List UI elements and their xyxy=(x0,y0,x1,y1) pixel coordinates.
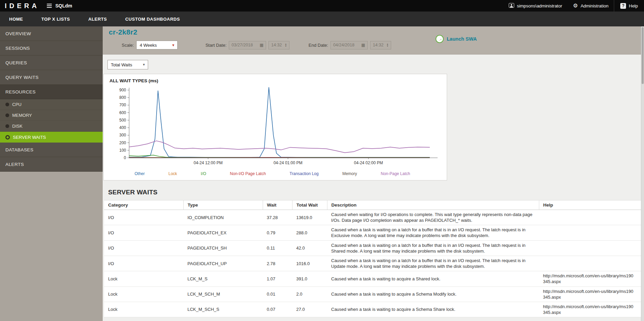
svg-text:200: 200 xyxy=(119,141,126,145)
brand-area: IDERA SQLdm xyxy=(0,2,72,10)
cell-description: Caused when a task is waiting to acquire… xyxy=(327,271,539,286)
sidebar-item-server-waits[interactable]: SERVER WAITS xyxy=(0,132,103,143)
cell-total-wait: 1016.0 xyxy=(292,256,327,271)
user-menu[interactable]: simpsons\administrator xyxy=(503,0,568,12)
column-header-total-wait: Total Wait xyxy=(292,200,327,210)
svg-text:04-24 01:00 PM: 04-24 01:00 PM xyxy=(274,160,302,165)
legend-non-i-o-page-latch[interactable]: Non-I/O Page Latch xyxy=(230,171,266,176)
sidebar-item-label: SESSIONS xyxy=(5,46,30,51)
cell-help[interactable]: http://msdn.microsoft.com/en-us/library/… xyxy=(539,271,641,286)
column-header-help: Help xyxy=(539,200,641,210)
dropdown-arrow-icon: ▼ xyxy=(142,63,145,66)
start-time-input[interactable]: 14:32 ▲▼ xyxy=(268,41,289,49)
help-icon: ? xyxy=(620,3,626,9)
cell-total-wait: 27.0 xyxy=(292,302,327,317)
sidebar-item-memory[interactable]: MEMORY xyxy=(0,110,103,121)
cell-description: Caused when a task is waiting on a latch… xyxy=(327,240,539,256)
cell-type: PAGEIOLATCH_SH xyxy=(183,240,263,256)
svg-text:700: 700 xyxy=(119,103,126,107)
svg-text:500: 500 xyxy=(119,118,126,123)
wait-type-value: Total Waits xyxy=(111,62,132,67)
wait-chart: 010020030040050060070080090004-24 12:00 … xyxy=(108,86,442,171)
table-row: I/OPAGEIOLATCH_SH0.1142.0Caused when a t… xyxy=(104,240,641,256)
cell-type: IO_COMPLETION xyxy=(183,210,263,225)
table-row: LockLCK_M_S1.07391.0Caused when a task i… xyxy=(104,271,641,286)
sidebar-item-databases[interactable]: DATABASES xyxy=(0,143,103,157)
help-button[interactable]: ? Help xyxy=(614,0,644,12)
launch-swa-icon: → xyxy=(436,35,444,43)
cell-help xyxy=(539,240,641,256)
cell-wait: 0.79 xyxy=(263,225,292,240)
sidebar-item-label: OVERVIEW xyxy=(5,31,31,36)
sidebar-item-resources[interactable]: RESOURCES xyxy=(0,85,103,99)
gear-icon: ⚙ xyxy=(573,3,578,8)
cell-category: Lock xyxy=(104,271,183,286)
cell-wait: 0.01 xyxy=(263,286,292,302)
administration-button[interactable]: ⚙ Administration xyxy=(568,0,614,12)
legend-transaction-log[interactable]: Transaction Log xyxy=(289,171,319,176)
sidebar-item-label: CPU xyxy=(12,102,21,107)
chart-title: ALL WAIT TYPES (ms) xyxy=(109,78,442,83)
cell-description: Caused when waiting for I/O operations t… xyxy=(327,210,539,225)
cell-description: Caused when a task is waiting to acquire… xyxy=(327,302,539,317)
end-time-value: 14:32 xyxy=(373,43,383,47)
nav-tab-custom-dashboards[interactable]: CUSTOM DASHBOARDS xyxy=(116,12,189,26)
start-time-value: 14:32 xyxy=(271,43,282,47)
sidebar-item-label: DATABASES xyxy=(5,147,34,152)
main-nav: HOMETOP X LISTSALERTSCUSTOM DASHBOARDS xyxy=(0,12,644,26)
end-date-input[interactable]: 04/24/2018 ▦ xyxy=(330,41,368,49)
server-waits-table: CategoryTypeWaitTotal WaitDescriptionHel… xyxy=(104,200,641,317)
time-spinner-icon: ▲▼ xyxy=(386,43,388,47)
sidebar-item-alerts[interactable]: ALERTS xyxy=(0,157,103,172)
end-time-input[interactable]: 14:32 ▲▼ xyxy=(370,41,391,49)
sidebar-item-disk[interactable]: DISK xyxy=(0,121,103,132)
sidebar-item-query-waits[interactable]: QUERY WAITS xyxy=(0,70,103,85)
vertical-scrollbar[interactable] xyxy=(641,26,644,321)
main-content: Total Waits ▼ ALL WAIT TYPES (ms) 010020… xyxy=(103,55,641,321)
nav-tab-alerts[interactable]: ALERTS xyxy=(79,12,116,26)
cell-total-wait: 288.0 xyxy=(292,225,327,240)
nav-tab-top-x-lists[interactable]: TOP X LISTS xyxy=(32,12,79,26)
cell-description: Caused when a task is waiting to acquire… xyxy=(327,286,539,302)
scale-select[interactable]: 4 Weeks ▼ xyxy=(136,41,178,49)
user-icon xyxy=(509,3,514,8)
nav-tab-home[interactable]: HOME xyxy=(0,12,32,26)
server-header-band: cr-2k8r2 Scale: 4 Weeks ▼ Start Date: 03… xyxy=(103,26,641,55)
sidebar-item-queries[interactable]: QUERIES xyxy=(0,56,103,70)
legend-lock[interactable]: Lock xyxy=(168,171,177,176)
cell-help[interactable]: http://msdn.microsoft.com/en-us/library/… xyxy=(539,302,641,317)
sidebar-item-sessions[interactable]: SESSIONS xyxy=(0,41,103,56)
time-range-controls: Scale: 4 Weeks ▼ Start Date: 03/27/2018 … xyxy=(122,41,391,49)
administration-label: Administration xyxy=(581,3,608,8)
cell-category: I/O xyxy=(104,240,183,256)
cell-category: I/O xyxy=(104,256,183,271)
table-row: LockLCK_M_SCH_S0.0727.0Caused when a tas… xyxy=(104,302,641,317)
sidebar-item-cpu[interactable]: CPU xyxy=(0,99,103,110)
product-name: SQLdm xyxy=(55,3,72,8)
topbar: IDERA SQLdm simpsons\administrator ⚙ Adm… xyxy=(0,0,644,12)
column-header-category: Category xyxy=(104,200,183,210)
sidebar: OVERVIEWSESSIONSQUERIESQUERY WAITSRESOUR… xyxy=(0,26,103,321)
circle-icon xyxy=(5,124,9,128)
legend-memory[interactable]: Memory xyxy=(342,171,357,176)
launch-swa-button[interactable]: → Launch SWA xyxy=(436,35,477,43)
sidebar-item-overview[interactable]: OVERVIEW xyxy=(0,26,103,41)
wait-type-select[interactable]: Total Waits ▼ xyxy=(107,60,148,69)
cell-help[interactable]: http://msdn.microsoft.com/en-us/library/… xyxy=(539,286,641,302)
menu-icon[interactable] xyxy=(47,4,52,8)
launch-swa-label: Launch SWA xyxy=(447,36,477,42)
cell-help xyxy=(539,210,641,225)
legend-non-page-latch[interactable]: Non-Page Latch xyxy=(381,171,410,176)
cell-help xyxy=(539,256,641,271)
start-date-input[interactable]: 03/27/2018 ▦ xyxy=(229,41,266,49)
radio-selected-icon xyxy=(5,135,10,140)
end-date-value: 04/24/2018 xyxy=(333,43,355,47)
legend-i-o[interactable]: I/O xyxy=(201,171,206,176)
cell-total-wait: 13619.0 xyxy=(292,210,327,225)
wait-chart-panel: ALL WAIT TYPES (ms) 01002003004005006007… xyxy=(103,74,447,180)
svg-text:400: 400 xyxy=(119,125,126,130)
svg-text:600: 600 xyxy=(119,110,126,115)
table-row: I/OPAGEIOLATCH_UP2.781016.0Caused when a… xyxy=(104,256,641,271)
scrollbar-thumb[interactable] xyxy=(642,27,644,84)
legend-other[interactable]: Other xyxy=(135,171,145,176)
